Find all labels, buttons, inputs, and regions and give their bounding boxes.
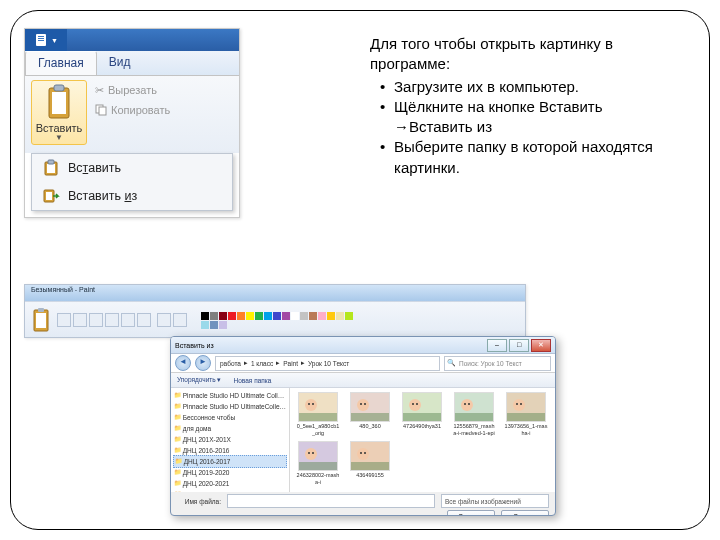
svg-rect-24 xyxy=(351,413,389,421)
new-folder-button[interactable]: Новая папка xyxy=(234,377,272,384)
color-swatch[interactable] xyxy=(228,312,236,320)
forward-button[interactable]: ► xyxy=(195,355,211,371)
minimize-button[interactable]: – xyxy=(487,339,507,352)
svg-point-29 xyxy=(461,399,473,411)
color-swatch[interactable] xyxy=(273,312,281,320)
color-swatch[interactable] xyxy=(210,312,218,320)
svg-rect-6 xyxy=(54,85,64,91)
dropdown-paste-from[interactable]: Вставить из xyxy=(32,182,232,210)
color-swatch[interactable] xyxy=(291,312,299,320)
tree-item[interactable]: Бессонное чтобы xyxy=(174,412,286,423)
close-button[interactable]: ✕ xyxy=(531,339,551,352)
svg-rect-16 xyxy=(38,308,44,312)
color-swatch[interactable] xyxy=(345,312,353,320)
svg-rect-1 xyxy=(38,36,44,37)
file-item[interactable]: 436499155 xyxy=(348,441,392,486)
breadcrumb-item[interactable]: Paint xyxy=(283,360,298,367)
tool-button[interactable] xyxy=(57,313,71,327)
tree-item[interactable]: лаки старз Лего 2020 xyxy=(174,489,286,492)
file-pane[interactable]: 0_5ee1_a980cb1_orig480_3604726490thya311… xyxy=(290,388,555,492)
paste-button[interactable]: Вставить ▼ xyxy=(31,80,87,145)
tree-item[interactable]: для дома xyxy=(174,423,286,434)
folder-tree[interactable]: Pinnacle Studio HD Ultimate Collection 1… xyxy=(171,388,290,492)
color-swatch[interactable] xyxy=(336,312,344,320)
file-name: 12556879_masha-i-medved-1-episodena-tv xyxy=(452,423,496,437)
color-swatch[interactable] xyxy=(327,312,335,320)
svg-point-38 xyxy=(308,452,310,454)
svg-rect-10 xyxy=(47,164,55,173)
paint-ribbon xyxy=(25,301,525,338)
color-swatch[interactable] xyxy=(309,312,317,320)
color-swatch[interactable] xyxy=(219,321,227,329)
file-item[interactable]: 0_5ee1_a980cb1_orig xyxy=(296,392,340,437)
ribbon-screenshot: ▼ Главная Вид Вставить ▼ ✂ Вырезать xyxy=(24,28,240,218)
svg-point-19 xyxy=(312,403,314,405)
color-swatch[interactable] xyxy=(201,312,209,320)
tree-item[interactable]: ДНЦ 201Х-201Х xyxy=(174,434,286,445)
organize-button[interactable]: Упорядочить ▾ xyxy=(177,376,222,384)
svg-point-31 xyxy=(468,403,470,405)
svg-rect-32 xyxy=(455,413,493,421)
file-item[interactable]: 246328002-masha-i xyxy=(296,441,340,486)
file-name: 13973656_1-masha-i xyxy=(504,423,548,437)
tool-button[interactable] xyxy=(73,313,87,327)
search-input[interactable]: Поиск: Урок 10 Текст xyxy=(444,356,551,371)
breadcrumb-item[interactable]: 1 класс xyxy=(251,360,273,367)
color-swatch[interactable] xyxy=(237,312,245,320)
file-name: 0_5ee1_a980cb1_orig xyxy=(296,423,340,437)
color-swatch[interactable] xyxy=(255,312,263,320)
filetype-select[interactable]: Все файлы изображений xyxy=(441,494,549,508)
breadcrumb-item[interactable]: работа xyxy=(220,360,241,367)
svg-rect-15 xyxy=(36,313,46,328)
copy-button[interactable]: Копировать xyxy=(95,100,170,120)
color-swatch[interactable] xyxy=(219,312,227,320)
color-swatch[interactable] xyxy=(246,312,254,320)
dialog-body: Pinnacle Studio HD Ultimate Collection 1… xyxy=(171,388,555,492)
color-swatch[interactable] xyxy=(300,312,308,320)
color-swatch[interactable] xyxy=(201,321,209,329)
dropdown-paste[interactable]: Вставить xyxy=(32,154,232,182)
tool-button[interactable] xyxy=(105,313,119,327)
chevron-down-icon: ▼ xyxy=(34,133,84,142)
svg-point-22 xyxy=(360,403,362,405)
tool-button[interactable] xyxy=(157,313,171,327)
back-button[interactable]: ◄ xyxy=(175,355,191,371)
tool-button[interactable] xyxy=(137,313,151,327)
tree-item[interactable]: Pinnacle Studio HD UltimateCollection 15… xyxy=(174,401,286,412)
tree-item[interactable]: ДНЦ 2019-2020 xyxy=(174,467,286,478)
app-menu-button[interactable]: ▼ xyxy=(25,29,67,51)
open-button[interactable]: Открыть xyxy=(447,510,495,516)
maximize-button[interactable]: □ xyxy=(509,339,529,352)
instructions-intro: Для того чтобы открыть картинку в програ… xyxy=(370,34,680,75)
color-swatch[interactable] xyxy=(318,312,326,320)
tree-item[interactable]: ДНЦ 2020-2021 xyxy=(174,478,286,489)
svg-rect-5 xyxy=(52,92,66,114)
tree-item[interactable]: Pinnacle Studio HD Ultimate Collection 1… xyxy=(174,390,286,401)
svg-point-21 xyxy=(357,399,369,411)
file-item[interactable]: 480_360 xyxy=(348,392,392,437)
tool-button[interactable] xyxy=(89,313,103,327)
tab-view[interactable]: Вид xyxy=(97,51,143,75)
svg-point-39 xyxy=(312,452,314,454)
color-swatch[interactable] xyxy=(282,312,290,320)
file-item[interactable]: 13973656_1-masha-i xyxy=(504,392,548,437)
color-swatch[interactable] xyxy=(210,321,218,329)
file-name: 246328002-masha-i xyxy=(296,472,340,486)
color-swatch[interactable] xyxy=(264,312,272,320)
svg-point-33 xyxy=(513,399,525,411)
file-item[interactable]: 12556879_masha-i-medved-1-episodena-tv xyxy=(452,392,496,437)
svg-point-26 xyxy=(412,403,414,405)
paint-window: Безымянный - Paint xyxy=(24,284,526,338)
copy-icon xyxy=(95,104,107,116)
svg-point-27 xyxy=(416,403,418,405)
breadcrumb[interactable]: работа▸ 1 класс▸ Paint▸ Урок 10 Текст xyxy=(215,356,440,371)
cancel-button[interactable]: Отмена xyxy=(501,510,549,516)
tool-button[interactable] xyxy=(121,313,135,327)
tab-home[interactable]: Главная xyxy=(25,51,97,75)
svg-point-25 xyxy=(409,399,421,411)
filename-input[interactable] xyxy=(227,494,435,508)
cut-button[interactable]: ✂ Вырезать xyxy=(95,80,170,100)
tool-button[interactable] xyxy=(173,313,187,327)
file-item[interactable]: 4726490thya31 xyxy=(400,392,444,437)
breadcrumb-item[interactable]: Урок 10 Текст xyxy=(308,360,349,367)
